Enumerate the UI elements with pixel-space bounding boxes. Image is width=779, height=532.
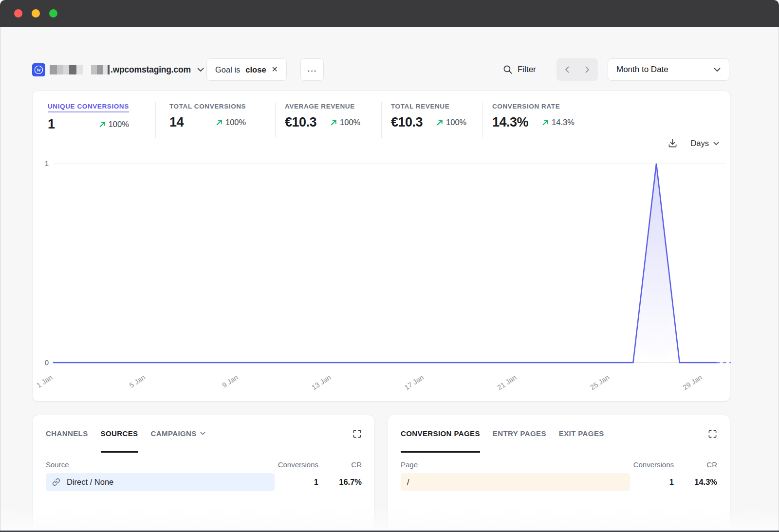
- trend-up-icon: [436, 119, 444, 126]
- chart-controls: Days: [668, 138, 719, 148]
- page-conversions-value: 1: [630, 477, 674, 487]
- fullscreen-icon: [352, 429, 362, 439]
- minimize-window-button[interactable]: [32, 9, 40, 18]
- next-period-button[interactable]: [577, 58, 598, 81]
- x-axis-label: 29 Jan: [682, 373, 704, 391]
- metric-tab-average-revenue[interactable]: AVERAGE REVENUE €10.3 100%: [276, 102, 382, 138]
- filter-label: Filter: [518, 65, 536, 74]
- goal-chip-label: Goal is: [215, 65, 240, 74]
- site-selector[interactable]: W .wpcomstaging.com: [32, 58, 204, 81]
- metric-delta: 100%: [99, 120, 129, 129]
- pages-card: CONVERSION PAGES ENTRY PAGES EXIT PAGES …: [387, 415, 730, 532]
- expand-sources-button[interactable]: [352, 429, 362, 440]
- granularity-select[interactable]: Days: [690, 139, 719, 148]
- conversions-chart[interactable]: 011 Jan5 Jan9 Jan13 Jan17 Jan21 Jan25 Ja…: [33, 155, 731, 399]
- column-header-conversions: Conversions: [630, 460, 674, 469]
- download-icon: [668, 138, 678, 148]
- window-titlebar: [0, 0, 779, 27]
- page-row[interactable]: / 1 14.3%: [388, 473, 730, 491]
- site-domain: .wpcomstaging.com: [111, 65, 191, 75]
- x-axis-label: 21 Jan: [496, 373, 518, 391]
- metric-label: CONVERSION RATE: [492, 103, 560, 110]
- tab-sources[interactable]: SOURCES: [101, 429, 138, 452]
- column-header-page: Page: [401, 460, 630, 469]
- chevron-down-icon: [714, 68, 721, 72]
- column-header-source: Source: [46, 460, 275, 469]
- metric-label: AVERAGE REVENUE: [285, 103, 355, 110]
- source-name: Direct / None: [67, 477, 113, 487]
- metric-tab-conversion-rate[interactable]: CONVERSION RATE 14.3% 14.3%: [483, 102, 629, 138]
- chevron-right-icon: [585, 66, 590, 73]
- granularity-label: Days: [690, 139, 709, 148]
- metric-value: 14.3%: [492, 115, 528, 130]
- close-window-button[interactable]: [14, 9, 22, 18]
- metric-delta: 100%: [216, 118, 246, 127]
- sources-table-header: Source Conversions CR: [33, 460, 374, 469]
- x-axis-label: 13 Jan: [310, 373, 332, 391]
- tab-exit-pages[interactable]: EXIT PAGES: [559, 429, 604, 452]
- goal-filter-chip[interactable]: Goal is close ✕: [206, 58, 287, 81]
- metric-label: TOTAL REVENUE: [391, 103, 449, 110]
- zoom-window-button[interactable]: [49, 9, 57, 18]
- app-window: W .wpcomstaging.com Goal is close ✕ ... …: [0, 0, 779, 532]
- expand-pages-button[interactable]: [708, 429, 717, 440]
- conversions-panel: UNIQUE CONVERSIONS 1 100% TOTAL CONVERSI…: [32, 91, 730, 402]
- page-cr-value: 14.3%: [674, 477, 717, 487]
- metric-label: UNIQUE CONVERSIONS: [48, 103, 129, 112]
- metric-label: TOTAL CONVERSIONS: [169, 103, 246, 110]
- filter-button[interactable]: Filter: [503, 58, 536, 81]
- search-icon: [503, 65, 513, 74]
- x-axis-label: 1 Jan: [35, 373, 54, 389]
- more-options-button[interactable]: ...: [300, 58, 324, 81]
- sources-card: CHANNELS SOURCES CAMPAIGNS Source Conver…: [32, 415, 375, 532]
- metric-tab-total-revenue[interactable]: TOTAL REVENUE €10.3 100%: [382, 102, 483, 138]
- x-axis-label: 9 Jan: [221, 373, 239, 389]
- tab-conversion-pages[interactable]: CONVERSION PAGES: [401, 429, 480, 452]
- remove-goal-filter-icon[interactable]: ✕: [272, 66, 278, 73]
- source-row[interactable]: Direct / None 1 16.7%: [33, 473, 374, 491]
- goal-chip-value: close: [245, 65, 266, 74]
- fullscreen-icon: [708, 429, 717, 439]
- prev-period-button[interactable]: [556, 58, 577, 81]
- source-cr-value: 16.7%: [318, 477, 362, 487]
- x-axis-label: 5 Jan: [128, 373, 147, 389]
- metric-tab-total-conversions[interactable]: TOTAL CONVERSIONS 14 100%: [156, 102, 276, 138]
- link-icon: [52, 478, 60, 486]
- export-chart-button[interactable]: [668, 138, 678, 148]
- column-header-cr: CR: [318, 460, 362, 469]
- x-axis-label: 17 Jan: [403, 373, 425, 391]
- metric-delta: 100%: [436, 118, 466, 127]
- svg-text:W: W: [37, 67, 41, 72]
- trend-up-icon: [99, 121, 106, 128]
- trend-up-icon: [216, 119, 223, 126]
- metric-value: €10.3: [285, 115, 316, 130]
- source-conversions-value: 1: [275, 477, 318, 487]
- tab-channels[interactable]: CHANNELS: [46, 429, 88, 452]
- chevron-down-icon: [713, 142, 719, 146]
- y-axis-label: 0: [45, 358, 49, 367]
- tab-campaigns[interactable]: CAMPAIGNS: [151, 429, 205, 452]
- column-header-conversions: Conversions: [275, 460, 318, 469]
- metric-value: 14: [169, 115, 184, 130]
- pages-card-tabs: CONVERSION PAGES ENTRY PAGES EXIT PAGES: [401, 429, 717, 452]
- sources-card-tabs: CHANNELS SOURCES CAMPAIGNS: [46, 429, 362, 452]
- metric-tabs: UNIQUE CONVERSIONS 1 100% TOTAL CONVERSI…: [33, 102, 629, 138]
- chevron-down-icon: [197, 68, 204, 72]
- period-pager: [556, 58, 598, 81]
- x-axis-label: 25 Jan: [589, 373, 611, 391]
- pages-table-header: Page Conversions CR: [388, 460, 730, 469]
- date-range-select[interactable]: Month to Date: [608, 58, 729, 81]
- column-header-cr: CR: [674, 460, 717, 469]
- y-axis-label: 1: [45, 159, 49, 167]
- chevron-left-icon: [565, 66, 569, 73]
- trend-up-icon: [542, 119, 549, 126]
- tab-entry-pages[interactable]: ENTRY PAGES: [493, 429, 546, 452]
- wordpress-icon: W: [32, 63, 45, 76]
- page-name: /: [407, 477, 409, 487]
- metric-delta: 100%: [330, 118, 360, 127]
- metric-tab-unique-conversions[interactable]: UNIQUE CONVERSIONS 1 100%: [33, 102, 156, 138]
- metric-delta: 14.3%: [542, 118, 575, 127]
- metric-value: €10.3: [391, 115, 423, 130]
- chevron-down-icon: [200, 432, 205, 435]
- trend-up-icon: [330, 119, 337, 126]
